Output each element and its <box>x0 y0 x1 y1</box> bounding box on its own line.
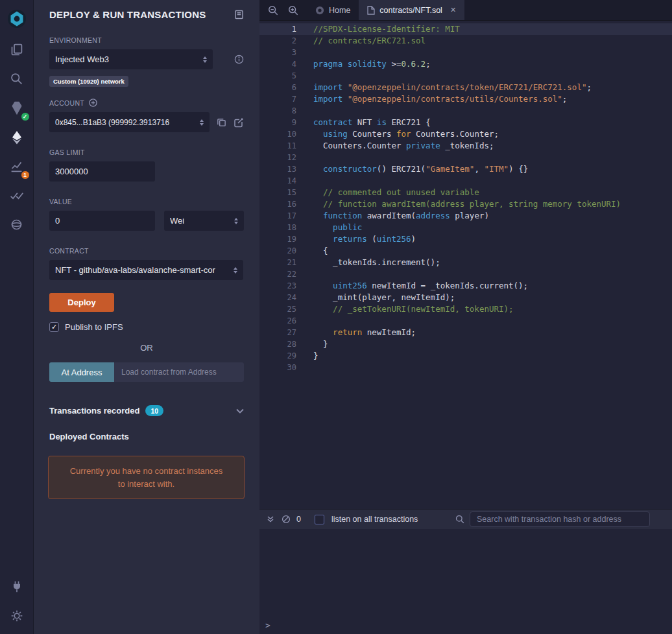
code-line[interactable]: 4pragma solidity >=0.6.2; <box>259 58 672 70</box>
tab-home[interactable]: Home <box>307 0 359 20</box>
clear-terminal-icon[interactable] <box>282 515 291 524</box>
line-number[interactable]: 15 <box>259 187 296 198</box>
line-number[interactable]: 9 <box>259 117 296 128</box>
code-line[interactable]: 16 // function awardItem(address player,… <box>259 198 672 210</box>
line-number[interactable]: 16 <box>259 198 296 210</box>
code-line[interactable]: 24 _mint(player, newItemId); <box>259 292 672 303</box>
sign-message-icon[interactable] <box>234 117 244 128</box>
code-line[interactable]: 23 uint256 newItemId = _tokenIds.current… <box>259 280 672 292</box>
line-number[interactable]: 4 <box>259 58 296 70</box>
tab-nft-sol[interactable]: contracts/NFT.sol ✕ <box>359 0 464 20</box>
code-line[interactable]: 10 using Counters for Counters.Counter; <box>259 128 672 140</box>
line-number[interactable]: 27 <box>259 327 296 338</box>
collapse-terminal-icon[interactable] <box>267 515 274 523</box>
line-number[interactable]: 22 <box>259 268 296 280</box>
publish-ipfs-checkbox[interactable]: ✓ <box>49 322 59 332</box>
line-number[interactable]: 17 <box>259 210 296 222</box>
line-number[interactable]: 12 <box>259 152 296 163</box>
line-number[interactable]: 23 <box>259 280 296 292</box>
zoom-in-icon[interactable] <box>288 5 298 16</box>
code-line[interactable]: 26 <box>259 315 672 327</box>
transactions-recorded-toggle[interactable]: Transactions recorded 10 <box>49 405 244 416</box>
settings-gear-icon[interactable] <box>0 601 34 630</box>
line-number[interactable]: 13 <box>259 163 296 175</box>
account-select[interactable]: 0x845...B1aB3 (999992.3913716 <box>49 112 210 132</box>
close-tab-icon[interactable]: ✕ <box>450 6 456 14</box>
code-line[interactable]: 5 <box>259 70 672 82</box>
code-line[interactable]: 3 <box>259 47 672 58</box>
code-line[interactable]: 22 <box>259 268 672 280</box>
search-icon[interactable] <box>0 64 34 93</box>
value-unit: Wei <box>170 216 184 226</box>
line-number[interactable]: 29 <box>259 350 296 362</box>
zoom-out-icon[interactable] <box>268 5 278 16</box>
unit-testing-icon[interactable] <box>0 181 34 210</box>
solidity-compiler-icon[interactable]: ✓ <box>0 93 34 123</box>
code-line[interactable]: 12 <box>259 152 672 163</box>
code-line[interactable]: 20 { <box>259 245 672 257</box>
plugin-manager-icon[interactable] <box>0 572 34 601</box>
line-number[interactable]: 21 <box>259 257 296 268</box>
code-line[interactable]: 28 } <box>259 338 672 350</box>
code-line[interactable]: 29} <box>259 350 672 362</box>
line-number[interactable]: 14 <box>259 175 296 187</box>
line-number[interactable]: 5 <box>259 70 296 82</box>
line-number[interactable]: 19 <box>259 233 296 245</box>
environment-select[interactable]: Injected Web3 <box>49 49 213 69</box>
code-editor[interactable]: 1//SPDX-License-Identifier: MIT2// contr… <box>259 21 672 509</box>
line-number[interactable]: 3 <box>259 47 296 58</box>
line-number[interactable]: 2 <box>259 35 296 47</box>
code-line[interactable]: 25 // _setTokenURI(newItemId, tokenURI); <box>259 303 672 315</box>
code-line[interactable]: 21 _tokenIds.increment(); <box>259 257 672 268</box>
gas-limit-input[interactable] <box>49 161 155 182</box>
chevron-down-icon[interactable] <box>236 408 244 414</box>
line-number[interactable]: 24 <box>259 292 296 303</box>
line-number[interactable]: 20 <box>259 245 296 257</box>
at-address-button[interactable]: At Address <box>49 362 114 382</box>
plugin-docs-icon[interactable] <box>234 10 244 19</box>
code-line[interactable]: 2// contracts/ERC721.sol <box>259 35 672 47</box>
code-line[interactable]: 30 <box>259 362 672 373</box>
line-number[interactable]: 26 <box>259 315 296 327</box>
line-number[interactable]: 1 <box>259 23 296 35</box>
code-line[interactable]: 27 return newItemId; <box>259 327 672 338</box>
line-number[interactable]: 30 <box>259 362 296 373</box>
contract-select[interactable]: NFT - github/ava-labs/avalanche-smart-co… <box>49 260 243 280</box>
deploy-button[interactable]: Deploy <box>49 293 114 312</box>
terminal-toolbar: 0 listen on all transactions <box>259 510 672 529</box>
remix-logo-icon[interactable] <box>0 3 34 35</box>
code-line[interactable]: 18 public <box>259 222 672 233</box>
code-line[interactable]: 1//SPDX-License-Identifier: MIT <box>259 23 672 35</box>
line-number[interactable]: 18 <box>259 222 296 233</box>
terminal-search-input[interactable] <box>470 511 650 527</box>
line-number[interactable]: 8 <box>259 105 296 117</box>
code-line[interactable]: 17 function awardItem(address player) <box>259 210 672 222</box>
code-line[interactable]: 19 returns (uint256) <box>259 233 672 245</box>
code-line[interactable]: 6import "@openzeppelin/contracts/token/E… <box>259 82 672 93</box>
code-line[interactable]: 14 <box>259 175 672 187</box>
line-number[interactable]: 10 <box>259 128 296 140</box>
file-explorer-icon[interactable] <box>0 35 34 64</box>
code-line[interactable]: 7import "@openzeppelin/contracts/utils/C… <box>259 93 672 105</box>
code-line[interactable]: 9contract NFT is ERC721 { <box>259 117 672 128</box>
line-number[interactable]: 6 <box>259 82 296 93</box>
terminal-output[interactable]: > <box>259 529 672 634</box>
line-number[interactable]: 25 <box>259 303 296 315</box>
line-number[interactable]: 7 <box>259 93 296 105</box>
value-unit-select[interactable]: Wei <box>164 211 244 231</box>
at-address-input[interactable] <box>114 362 244 382</box>
debugger-icon[interactable] <box>0 210 34 239</box>
copy-account-icon[interactable] <box>217 117 226 127</box>
analytics-icon[interactable]: 1 <box>0 152 34 181</box>
code-line[interactable]: 8 <box>259 105 672 117</box>
code-line[interactable]: 13 constructor() ERC721("GameItem", "ITM… <box>259 163 672 175</box>
code-line[interactable]: 15 // commented out unused variable <box>259 187 672 198</box>
environment-info-icon[interactable] <box>234 54 244 64</box>
code-line[interactable]: 11 Counters.Counter private _tokenIds; <box>259 140 672 152</box>
listen-transactions-checkbox[interactable] <box>315 515 324 524</box>
line-number[interactable]: 28 <box>259 338 296 350</box>
line-number[interactable]: 11 <box>259 140 296 152</box>
deploy-and-run-icon[interactable] <box>0 123 34 152</box>
value-input[interactable] <box>49 211 155 231</box>
add-account-icon[interactable] <box>89 99 97 107</box>
